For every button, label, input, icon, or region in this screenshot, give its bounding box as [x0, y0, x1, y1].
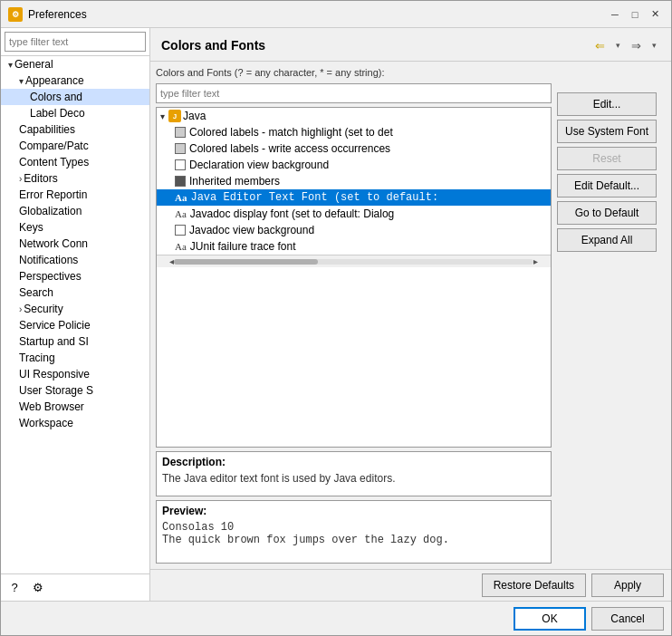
sidebar-item-startup[interactable]: Startup and SI	[1, 333, 149, 350]
action-buttons-column: Edit... Use System Font Reset Edit Defau…	[557, 67, 666, 564]
window-controls: ─ □ ✕	[606, 6, 664, 23]
scroll-thumb[interactable]	[174, 259, 318, 265]
sidebar-item-search[interactable]: Search	[1, 284, 149, 301]
java-group[interactable]: ▾ J Java	[157, 108, 551, 124]
java-group-label: Java	[183, 110, 206, 122]
close-button[interactable]: ✕	[646, 6, 664, 23]
cancel-button[interactable]: Cancel	[591, 607, 664, 631]
restore-defaults-button[interactable]: Restore Defaults	[482, 573, 586, 597]
right-panel-wrapper: Colors and Fonts ⇐ ▾ ⇒ ▾ Colors and Font…	[150, 28, 671, 601]
sidebar-item-label: General	[14, 58, 53, 71]
edit-default-button[interactable]: Edit Default...	[557, 174, 657, 198]
sidebar-item-perspectives[interactable]: Perspectives	[1, 268, 149, 284]
aa-icon: Aa	[175, 241, 187, 252]
restore-apply-bar: Restore Defaults Apply	[150, 569, 671, 601]
edit-button[interactable]: Edit...	[557, 92, 657, 116]
left-search-input[interactable]	[5, 32, 146, 52]
checkbox-icon	[175, 176, 186, 187]
font-item-javadoc-display[interactable]: Aa Javadoc display font (set to default:…	[157, 206, 551, 222]
sidebar-item-ui[interactable]: UI Responsive	[1, 366, 149, 382]
sidebar-item-colors[interactable]: Colors and	[1, 89, 149, 105]
sidebar-item-capabilities[interactable]: Capabilities	[1, 121, 149, 138]
sidebar-item-label: Security	[24, 303, 62, 315]
sidebar-item-globalization[interactable]: Globalization	[1, 203, 149, 219]
back-dropdown[interactable]: ▾	[611, 35, 624, 55]
horizontal-scrollbar[interactable]: ◂ ▸	[157, 255, 551, 267]
sidebar-item-label: Perspectives	[19, 270, 82, 283]
font-item-label: Declaration view background	[189, 159, 329, 171]
font-item-javadoc-bg[interactable]: Javadoc view background	[157, 222, 551, 238]
left-panel-footer: ? ⚙	[1, 573, 149, 601]
forward-button[interactable]: ⇒	[626, 35, 646, 55]
description-label: Description:	[162, 456, 545, 468]
sidebar-item-label: UI Responsive	[19, 368, 90, 381]
sidebar-item-error[interactable]: Error Reportin	[1, 187, 149, 203]
chevron-icon: ▾	[160, 111, 165, 121]
use-system-font-button[interactable]: Use System Font	[557, 120, 657, 143]
sidebar-item-appearance[interactable]: ▾ Appearance	[1, 72, 149, 89]
ok-button[interactable]: OK	[514, 607, 586, 631]
scroll-track	[174, 259, 533, 265]
font-item-colored-write[interactable]: Colored labels - write access occurrence…	[157, 140, 551, 157]
scroll-right-btn[interactable]: ▸	[533, 256, 538, 266]
sidebar-item-content-types[interactable]: Content Types	[1, 154, 149, 170]
sidebar-item-service[interactable]: Service Policie	[1, 317, 149, 333]
checkbox-icon	[175, 225, 186, 236]
sidebar-item-general[interactable]: ▾ General	[1, 56, 149, 72]
sidebar-item-notifications[interactable]: Notifications	[1, 252, 149, 268]
expand-all-button[interactable]: Expand All	[557, 228, 657, 252]
font-item-label: Javadoc display font (set to default: Di…	[190, 207, 394, 220]
aa-icon: Aa	[175, 208, 187, 219]
sidebar-item-workspace[interactable]: Workspace	[1, 415, 149, 431]
window-title: Preferences	[28, 8, 606, 21]
sidebar-item-label: Notifications	[19, 254, 78, 266]
font-item-label: JUnit failure trace font	[190, 240, 296, 253]
sidebar-item-tracing[interactable]: Tracing	[1, 350, 149, 366]
checkbox-icon	[175, 159, 186, 170]
minimize-button[interactable]: ─	[606, 6, 624, 23]
font-item-junit[interactable]: Aa JUnit failure trace font	[157, 238, 551, 255]
right-body: Colors and Fonts (? = any character, * =…	[150, 62, 671, 569]
sidebar-item-editors[interactable]: › Editors	[1, 170, 149, 187]
sidebar-item-label: Capabilities	[19, 123, 75, 136]
go-to-default-button[interactable]: Go to Default	[557, 201, 657, 225]
sidebar-item-label: Keys	[19, 221, 43, 234]
preferences-window: ⚙ Preferences ─ □ ✕ ▾ General ▾ Appearan…	[0, 0, 672, 636]
sidebar-item-network[interactable]: Network Conn	[1, 236, 149, 252]
sidebar-item-label: Service Policie	[19, 319, 91, 332]
sidebar-item-keys[interactable]: Keys	[1, 219, 149, 236]
sidebar-item-user-storage[interactable]: User Storage S	[1, 382, 149, 399]
center-column: Colors and Fonts (? = any character, * =…	[156, 67, 552, 564]
reset-button[interactable]: Reset	[557, 147, 657, 170]
maximize-button[interactable]: □	[626, 6, 644, 23]
settings-button[interactable]: ⚙	[28, 578, 48, 598]
font-filter-input[interactable]	[156, 83, 552, 103]
sidebar-item-compare[interactable]: Compare/Patc	[1, 138, 149, 154]
sidebar-item-label: Workspace	[19, 417, 73, 429]
title-bar: ⚙ Preferences ─ □ ✕	[1, 1, 671, 28]
apply-button[interactable]: Apply	[591, 573, 664, 597]
sidebar-item-security[interactable]: › Security	[1, 301, 149, 317]
sidebar-item-web-browser[interactable]: Web Browser	[1, 399, 149, 415]
font-item-label: Javadoc view background	[189, 224, 314, 236]
font-item-java-editor-text[interactable]: Aa Java Editor Text Font (set to default…	[157, 189, 551, 206]
preview-line2: The quick brown fox jumps over the lazy …	[162, 534, 545, 546]
font-item-inherited[interactable]: Inherited members	[157, 173, 551, 189]
forward-dropdown[interactable]: ▾	[648, 35, 660, 55]
font-item-label: Java Editor Text Font (set to default:	[190, 191, 438, 204]
left-panel: ▾ General ▾ Appearance Colors and Label …	[1, 28, 150, 601]
sidebar-item-label-deco[interactable]: Label Deco	[1, 105, 149, 121]
help-button[interactable]: ?	[5, 578, 24, 598]
font-item-colored-match[interactable]: Colored labels - match highlight (set to…	[157, 124, 551, 140]
filter-label: Colors and Fonts (? = any character, * =…	[156, 67, 552, 78]
chevron-icon: ›	[19, 304, 22, 314]
font-tree: ▾ J Java Colored labels - match hi	[156, 107, 552, 448]
preview-line1: Consolas 10	[162, 521, 545, 534]
back-button[interactable]: ⇐	[590, 35, 610, 55]
right-header: Colors and Fonts ⇐ ▾ ⇒ ▾	[150, 28, 671, 62]
right-toolbar: ⇐ ▾ ⇒ ▾	[590, 35, 660, 55]
java-icon: J	[168, 110, 181, 122]
sidebar-item-label: User Storage S	[19, 384, 93, 397]
font-item-declaration-bg[interactable]: Declaration view background	[157, 157, 551, 173]
sidebar-item-label: Appearance	[25, 74, 84, 87]
